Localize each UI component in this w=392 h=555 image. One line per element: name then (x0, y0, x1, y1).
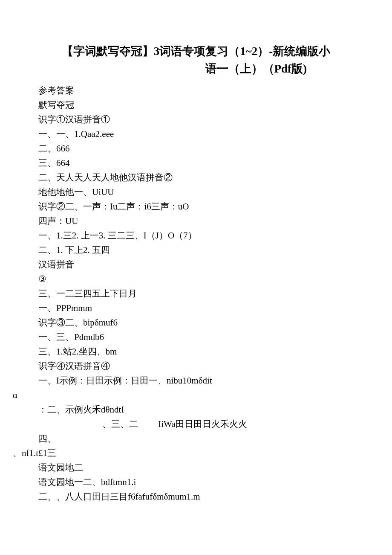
body-line: ：二、示例火禾dθndtI (38, 402, 354, 417)
body-line: 一、1.三2. 上一3. 三二三、I（J）O（7） (38, 228, 354, 243)
body-line: 一、I示例：日田示例：日田一、nibu10mδdit (38, 373, 354, 388)
body-line: 一、PPPmmm (38, 301, 354, 315)
body-line: 二、天人天人天人地他汉语拼音② (38, 170, 354, 185)
body-line: 识字②二、一声：Iu二声：i6三声：uO (38, 199, 354, 214)
body-line: 识字③二、bipδmuf6 (38, 315, 354, 330)
body-line: 一、一、1.Qaa2.eee (38, 127, 354, 141)
document-page: 【字词默写夺冠】3词语专项复习（1~2）-新统编版小 语一（上）（Pdf版) 参… (0, 0, 392, 529)
body-line: 三、1.站2.坐四、bm (38, 344, 354, 359)
body-line: 四、 (38, 431, 354, 446)
title-line-2: 语一（上）（Pdf版) (38, 60, 354, 78)
body-line: 三、一二三四五上下日月 (38, 286, 354, 301)
body-line: 语文园地二 (38, 460, 354, 475)
body-line: 二、、八人口田日三目f6fafufδmδmum1.m (38, 489, 354, 504)
body-line: 默写夺冠 (38, 98, 354, 112)
body-line: 参考答案 (38, 83, 354, 98)
body-line: 、三、二 IiWa田日田日火禾火火 (38, 417, 354, 431)
body-line: 三、664 (38, 156, 354, 170)
body-line: 四声：UU (38, 214, 354, 228)
body-line: 识字④汉语拼音④ (38, 359, 354, 373)
body-line: 识字①汉语拼音① (38, 112, 354, 127)
body-line: 二、666 (38, 141, 354, 156)
body-line: 语文园地一二、bdftmn1.i (38, 475, 354, 489)
title-line-1: 【字词默写夺冠】3词语专项复习（1~2）-新统编版小 (38, 43, 354, 60)
body-line: 汉语拼音 (38, 257, 354, 272)
body-line: α (13, 388, 354, 402)
document-title: 【字词默写夺冠】3词语专项复习（1~2）-新统编版小 语一（上）（Pdf版) (38, 43, 354, 77)
body-line: ③ (38, 272, 354, 286)
document-body: 参考答案默写夺冠识字①汉语拼音①一、一、1.Qaa2.eee二、666三、664… (38, 83, 354, 504)
body-line: 、nf1.t£1三 (13, 446, 354, 460)
body-line: 地他地他一、UiUU (38, 185, 354, 199)
body-line: 一、三、Pdmdb6 (38, 330, 354, 344)
body-line: 二、1. 下上2. 五四 (38, 243, 354, 257)
